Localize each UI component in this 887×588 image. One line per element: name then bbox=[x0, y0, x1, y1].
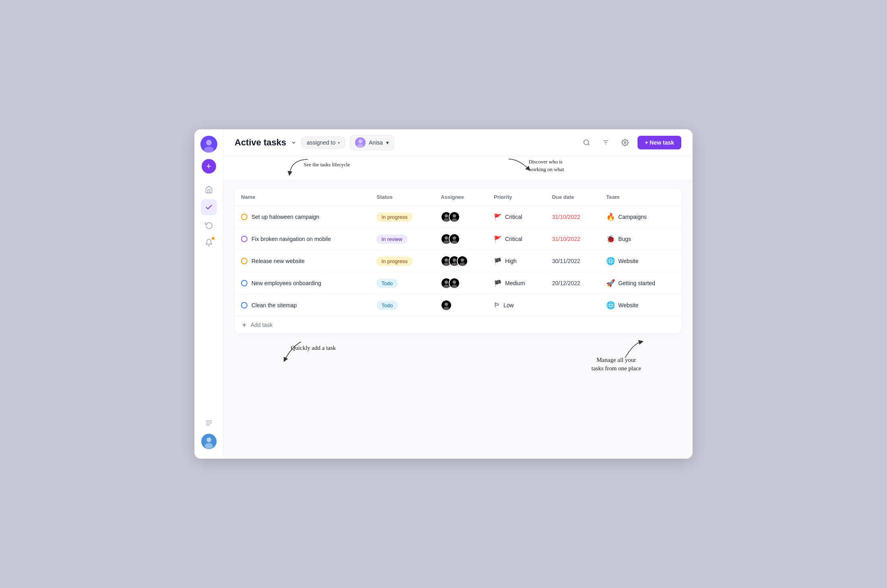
sidebar-item-home[interactable] bbox=[201, 182, 217, 198]
svg-point-34 bbox=[453, 258, 456, 262]
task-name-cell: New employees onboarding bbox=[235, 272, 370, 294]
col-assignee: Assignee bbox=[434, 188, 487, 206]
main-content: Active tasks assigned to ▾ Anisa ▾ bbox=[223, 129, 693, 459]
svg-point-43 bbox=[453, 280, 456, 284]
team-emoji-icon: 🐞 bbox=[606, 235, 615, 243]
assignee-list bbox=[441, 233, 481, 245]
svg-point-31 bbox=[445, 258, 448, 262]
assignee-list bbox=[441, 255, 481, 267]
task-status-cell: In review bbox=[370, 228, 434, 250]
status-badge: Todo bbox=[376, 301, 397, 310]
assignee-list bbox=[441, 278, 481, 289]
task-team-cell: 🚀 Getting started bbox=[600, 272, 681, 294]
task-priority-cell: 🚩 Critical bbox=[487, 206, 546, 228]
svg-point-44 bbox=[452, 284, 457, 288]
manage-arrow-icon bbox=[621, 340, 645, 360]
user-avatar[interactable] bbox=[201, 434, 217, 449]
priority-label: Critical bbox=[505, 236, 522, 242]
workspace-avatar[interactable] bbox=[200, 136, 217, 153]
status-dot bbox=[241, 258, 247, 264]
header-actions: + New task bbox=[580, 136, 681, 149]
svg-point-38 bbox=[460, 262, 465, 266]
task-name-cell: Clean the sitemap bbox=[235, 294, 370, 316]
team-emoji-icon: 🌐 bbox=[606, 301, 615, 310]
svg-point-26 bbox=[444, 240, 449, 244]
task-due-date-cell: 31/10/2022 bbox=[546, 206, 600, 228]
svg-line-13 bbox=[588, 144, 589, 145]
svg-point-40 bbox=[445, 280, 448, 284]
svg-point-47 bbox=[444, 306, 449, 310]
table-row[interactable]: Set up haloween campaign In progress 🚩 C… bbox=[235, 206, 681, 228]
discover-annotation: Discover who isworking on what bbox=[529, 158, 564, 173]
task-assignees-cell bbox=[434, 272, 487, 294]
svg-point-35 bbox=[452, 262, 457, 266]
new-task-button[interactable]: + New task bbox=[638, 136, 681, 149]
assigned-to-dropdown[interactable]: assigned to ▾ bbox=[301, 137, 345, 149]
team-name: Getting started bbox=[618, 280, 655, 286]
search-button[interactable] bbox=[580, 136, 593, 149]
svg-point-19 bbox=[445, 214, 448, 218]
svg-point-29 bbox=[452, 240, 457, 244]
add-task-button[interactable]: Add task bbox=[241, 322, 272, 328]
add-button[interactable]: + bbox=[202, 159, 216, 174]
priority-flag-icon: 🚩 bbox=[494, 235, 502, 243]
assignee-name: Anisa bbox=[369, 139, 383, 146]
svg-point-37 bbox=[461, 258, 464, 262]
svg-point-17 bbox=[624, 142, 626, 144]
table-row[interactable]: Clean the sitemap Todo 🏳 Low 🌐 Web bbox=[235, 294, 681, 316]
discover-arrow-icon bbox=[507, 157, 535, 177]
team-name: Bugs bbox=[618, 236, 631, 242]
assignee-chip bbox=[449, 278, 460, 289]
filter-button[interactable] bbox=[599, 136, 613, 149]
svg-point-28 bbox=[453, 236, 456, 240]
svg-point-25 bbox=[445, 236, 448, 240]
task-team-cell: 🌐 Website bbox=[600, 250, 681, 272]
col-name: Name bbox=[235, 188, 370, 206]
svg-point-1 bbox=[206, 140, 212, 145]
filter-label: assigned to bbox=[307, 139, 335, 146]
svg-point-7 bbox=[206, 437, 211, 442]
quickly-add-annotation: Quickly add a task bbox=[291, 344, 336, 352]
sidebar-item-tasks[interactable] bbox=[201, 199, 217, 215]
table-row[interactable]: Fix broken navigation on mobile In revie… bbox=[235, 228, 681, 250]
assignee-dropdown[interactable]: Anisa ▾ bbox=[350, 135, 394, 150]
task-due-date-cell: 20/12/2022 bbox=[546, 272, 600, 294]
sidebar-bottom bbox=[201, 419, 217, 452]
add-task-cell: Add task bbox=[235, 316, 681, 334]
table-row[interactable]: New employees onboarding Todo 🏴 Medium bbox=[235, 272, 681, 294]
task-name: New employees onboarding bbox=[251, 280, 321, 286]
status-dot bbox=[241, 236, 247, 242]
task-name: Fix broken navigation on mobile bbox=[251, 236, 331, 242]
task-due-date-cell: 30/11/2022 bbox=[546, 250, 600, 272]
team-name: Campaigns bbox=[618, 214, 647, 220]
sidebar-item-refresh[interactable] bbox=[201, 217, 217, 233]
settings-button[interactable] bbox=[618, 136, 632, 149]
status-badge: Todo bbox=[376, 279, 397, 288]
task-name-cell: Release new website bbox=[235, 250, 370, 272]
sidebar-item-notifications[interactable] bbox=[201, 235, 217, 251]
team-name: Website bbox=[618, 302, 638, 308]
task-status-cell: In progress bbox=[370, 250, 434, 272]
task-priority-cell: 🏴 High bbox=[487, 250, 546, 272]
team-name: Website bbox=[618, 258, 638, 264]
filter-chevron-icon: ▾ bbox=[338, 141, 340, 145]
sidebar-menu-icon[interactable] bbox=[205, 419, 213, 429]
col-team: Team bbox=[600, 188, 681, 206]
task-status-cell: Todo bbox=[370, 294, 434, 316]
status-badge: In progress bbox=[376, 212, 412, 222]
status-dot bbox=[241, 302, 247, 308]
task-due-date-cell bbox=[546, 294, 600, 316]
task-team-cell: 🔥 Campaigns bbox=[600, 206, 681, 228]
priority-flag-icon: 🚩 bbox=[494, 213, 502, 221]
sidebar: + bbox=[194, 129, 223, 459]
due-date-value: 20/12/2022 bbox=[552, 280, 580, 286]
assignee-list bbox=[441, 211, 481, 223]
title-chevron-icon bbox=[291, 140, 296, 145]
svg-point-46 bbox=[445, 302, 448, 306]
table-container: Name Status Assignee Priority Due date T… bbox=[223, 180, 693, 459]
add-task-row[interactable]: Add task bbox=[235, 316, 681, 334]
assignee-chip bbox=[441, 300, 452, 311]
task-status-cell: Todo bbox=[370, 272, 434, 294]
table-row[interactable]: Release new website In progress bbox=[235, 250, 681, 272]
svg-point-41 bbox=[444, 284, 449, 288]
